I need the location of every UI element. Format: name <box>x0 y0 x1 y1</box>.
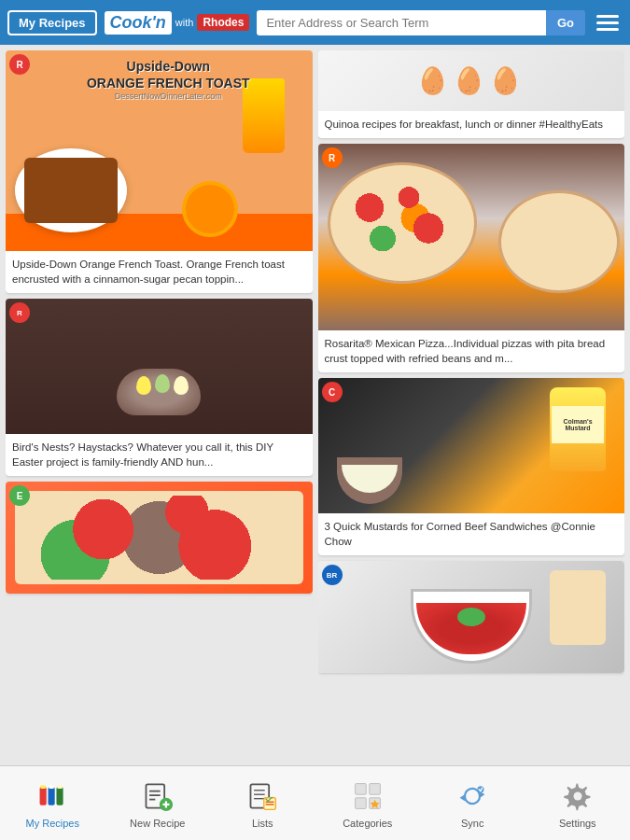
source-badge-c: C <box>322 382 343 402</box>
tab-bar: My Recipes New Recipe <box>0 765 630 840</box>
recipe-description-mexican-pizza: Rosarita® Mexican Pizza...Individual piz… <box>318 330 625 372</box>
svg-rect-22 <box>355 797 366 808</box>
lists-icon <box>245 778 280 814</box>
svg-rect-4 <box>49 785 54 789</box>
logo-with: with <box>175 17 194 28</box>
content-area: Upside-Down ORANGE FRENCH TOAST DessertN… <box>0 45 630 765</box>
source-badge-orange-r: R <box>322 147 343 168</box>
pizza-toppings <box>20 496 299 580</box>
svg-rect-21 <box>370 783 381 794</box>
bread <box>550 570 606 645</box>
source-badge-r: R <box>9 54 30 75</box>
recipe-card-quinoa[interactable]: 🥚🥚🥚 Quinoa recipes for breakfast, lunch … <box>318 50 625 138</box>
egg3 <box>174 376 189 395</box>
logo-area: Cook'n with Rhodes <box>105 11 250 35</box>
french-toast-image: Upside-Down ORANGE FRENCH TOAST DessertN… <box>6 50 313 251</box>
svg-rect-2 <box>57 787 63 805</box>
eggs-icon: 🥚🥚🥚 <box>416 65 525 96</box>
svg-point-29 <box>573 791 581 800</box>
left-column: Upside-Down ORANGE FRENCH TOAST DessertN… <box>6 50 313 760</box>
mexican-pizza-image: R <box>318 144 625 330</box>
toast <box>24 158 118 223</box>
recipe-card-birds-nest[interactable]: R Bird's Nests? Haystacks? Whatever you … <box>6 299 313 476</box>
svg-rect-1 <box>49 787 55 805</box>
search-go-button[interactable]: Go <box>546 10 585 35</box>
tab-sync[interactable]: Sync <box>420 771 525 836</box>
recipe-image-soup: BR <box>318 561 625 673</box>
new-recipe-icon <box>140 778 175 814</box>
hamburger-line <box>596 28 619 31</box>
hamburger-line <box>596 15 619 18</box>
tab-sync-label: Sync <box>461 818 483 829</box>
quinoa-image: 🥚🥚🥚 <box>318 50 625 111</box>
tab-settings-label: Settings <box>559 818 596 829</box>
tab-categories[interactable]: Categories <box>315 771 421 836</box>
svg-rect-5 <box>58 785 63 789</box>
recipe-title-overlay: Upside-Down ORANGE FRENCH TOAST DessertN… <box>34 58 303 103</box>
tab-lists-label: Lists <box>252 818 273 829</box>
source-badge-br: BR <box>322 565 343 585</box>
my-recipes-header-button[interactable]: My Recipes <box>7 10 97 35</box>
my-recipes-icon <box>35 778 70 814</box>
recipe-image-birds-nest: R <box>6 299 313 434</box>
tab-lists[interactable]: Lists <box>210 771 315 836</box>
tab-categories-label: Categories <box>343 818 392 829</box>
search-bar: Go <box>257 10 585 35</box>
svg-rect-3 <box>41 785 46 789</box>
recipe-image-quinoa: 🥚🥚🥚 <box>318 50 625 111</box>
right-column: 🥚🥚🥚 Quinoa recipes for breakfast, lunch … <box>318 50 625 760</box>
hamburger-line <box>596 21 619 24</box>
categories-icon <box>350 778 385 814</box>
recipe-description-quinoa: Quinoa recipes for breakfast, lunch or d… <box>318 111 625 138</box>
tab-my-recipes[interactable]: My Recipes <box>0 771 105 836</box>
tab-new-recipe-label: New Recipe <box>130 818 185 829</box>
mustard-image: Colman'sMustard C <box>318 378 625 513</box>
tab-new-recipe[interactable]: New Recipe <box>105 771 211 836</box>
orange-slice <box>182 181 238 237</box>
recipe-card-mexican-pizza[interactable]: R Rosarita® Mexican Pizza...Individual p… <box>318 144 625 372</box>
tab-my-recipes-label: My Recipes <box>26 818 79 829</box>
svg-rect-0 <box>40 787 47 805</box>
recipe-description-mustard: 3 Quick Mustards for Corned Beef Sandwic… <box>318 513 625 555</box>
hamburger-menu-button[interactable] <box>593 11 623 35</box>
logo-cookn: Cook'n <box>105 11 172 35</box>
pizza-round-2 <box>498 190 620 293</box>
sync-icon <box>455 778 490 814</box>
recipe-card-flat-pizza[interactable]: E <box>6 482 313 594</box>
settings-icon <box>560 778 595 814</box>
soup-garnish <box>457 608 485 626</box>
tab-settings[interactable]: Settings <box>525 771 631 836</box>
recipe-image-french-toast: Upside-Down ORANGE FRENCH TOAST DessertN… <box>6 50 313 251</box>
egg1 <box>136 376 151 395</box>
mustard-jar-label: Colman'sMustard <box>552 406 604 443</box>
recipe-description-french-toast: Upside-Down Orange French Toast. Orange … <box>6 251 313 293</box>
logo-rhodes: Rhodes <box>197 14 249 31</box>
svg-rect-20 <box>355 783 366 794</box>
svg-marker-26 <box>460 794 465 801</box>
recipe-image-mexican-pizza: R <box>318 144 625 330</box>
search-input[interactable] <box>257 10 546 35</box>
egg2 <box>155 374 170 393</box>
birds-nest-image: R <box>6 299 313 434</box>
recipe-image-mustard: Colman'sMustard C <box>318 378 625 513</box>
recipe-card-mustard[interactable]: Colman'sMustard C 3 Quick Mustards for C… <box>318 378 625 555</box>
pizza-toppings-1 <box>337 172 468 274</box>
source-badge-rr: R <box>9 302 30 323</box>
flat-pizza-image: E <box>6 482 313 594</box>
recipe-description-birds-nest: Bird's Nests? Haystacks? Whatever you ca… <box>6 434 313 476</box>
soup-image: BR <box>318 561 625 673</box>
recipe-image-flat-pizza: E <box>6 482 313 594</box>
recipe-card-soup[interactable]: BR <box>318 561 625 673</box>
header: My Recipes Cook'n with Rhodes Go <box>0 0 630 45</box>
recipe-card-french-toast[interactable]: Upside-Down ORANGE FRENCH TOAST DessertN… <box>6 50 313 293</box>
